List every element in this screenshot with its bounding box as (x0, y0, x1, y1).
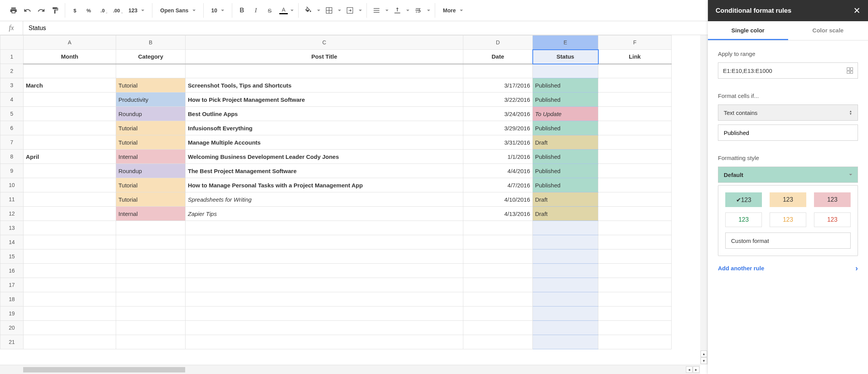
swatch-yellow-text[interactable]: 123 (770, 212, 806, 227)
cell-month[interactable] (24, 93, 116, 107)
cell-date[interactable]: 4/4/2016 (463, 164, 533, 178)
cell-date[interactable] (463, 335, 533, 349)
cell-link[interactable] (598, 78, 672, 93)
cell-link[interactable] (598, 164, 672, 178)
cell-category[interactable] (116, 307, 186, 321)
row-header[interactable]: 1 (0, 50, 24, 64)
cell-status[interactable] (533, 321, 598, 335)
font-size-dropdown[interactable]: 10 (208, 7, 228, 13)
cell-status[interactable]: Draft (533, 135, 598, 150)
select-all-corner[interactable] (0, 35, 24, 50)
cell-status[interactable]: Draft (533, 192, 598, 207)
row-header[interactable]: 8 (0, 150, 24, 164)
cell-date[interactable]: 3/31/2016 (463, 135, 533, 150)
cell-category[interactable] (116, 278, 186, 292)
cell-category[interactable]: Tutorial (116, 78, 186, 93)
cell-month[interactable] (24, 249, 116, 264)
cell-date[interactable] (463, 249, 533, 264)
swatch-yellow-fill[interactable]: 123 (770, 192, 806, 207)
cell-status[interactable] (533, 307, 598, 321)
cell-category[interactable] (116, 235, 186, 249)
cell-status[interactable] (533, 249, 598, 264)
cell-status[interactable]: Draft (533, 207, 598, 221)
cell-title[interactable] (186, 321, 463, 335)
font-family-dropdown[interactable]: Open Sans (157, 7, 198, 13)
cell-category[interactable]: Internal (116, 150, 186, 164)
cell-link[interactable] (598, 321, 672, 335)
redo-button[interactable] (36, 5, 46, 16)
cell-category[interactable]: Tutorial (116, 192, 186, 207)
wrap-button[interactable] (413, 5, 423, 16)
cell-status[interactable]: Published (533, 78, 598, 93)
cell-link[interactable] (598, 107, 672, 121)
cell-title[interactable] (186, 264, 463, 278)
cell-date[interactable]: 4/13/2016 (463, 207, 533, 221)
cell-title[interactable]: The Best Project Management Software (186, 164, 463, 178)
cell-category[interactable] (116, 249, 186, 264)
cell-link[interactable] (598, 235, 672, 249)
col-header-E[interactable]: E (533, 35, 598, 50)
cell-date[interactable] (463, 321, 533, 335)
cell-month[interactable] (24, 135, 116, 150)
cell-status[interactable] (533, 292, 598, 307)
cell-title[interactable]: Zapier Tips (186, 207, 463, 221)
cell-date[interactable] (463, 292, 533, 307)
cell[interactable]: Date (463, 50, 533, 64)
row-header[interactable]: 14 (0, 235, 24, 249)
cell-link[interactable] (598, 335, 672, 349)
paint-format-button[interactable] (50, 5, 60, 16)
number-format-dropdown[interactable]: 123 (125, 7, 147, 13)
swatch-green-fill[interactable]: ✔123 (725, 192, 762, 207)
row-header[interactable]: 6 (0, 121, 24, 135)
h-align-button[interactable] (372, 5, 382, 16)
cell-category[interactable]: Tutorial (116, 135, 186, 150)
cell-month[interactable]: March (24, 78, 116, 93)
cell-status-header[interactable]: Status (533, 50, 598, 64)
add-rule-button[interactable]: Add another rule › (718, 264, 858, 273)
h-scrollbar[interactable]: ◄ ► (0, 365, 700, 374)
cell-title[interactable] (186, 292, 463, 307)
row-header[interactable]: 21 (0, 335, 24, 349)
cell-category[interactable]: Productivity (116, 93, 186, 107)
condition-dropdown[interactable]: Text contains ▲▼ (718, 104, 858, 121)
row-header[interactable]: 16 (0, 264, 24, 278)
close-icon[interactable]: ✕ (853, 6, 860, 16)
cell-date[interactable] (463, 264, 533, 278)
row-header[interactable]: 20 (0, 321, 24, 335)
cell-month[interactable] (24, 121, 116, 135)
scroll-right-button[interactable]: ► (693, 366, 699, 373)
row-header[interactable]: 4 (0, 93, 24, 107)
row-header[interactable]: 9 (0, 164, 24, 178)
cell-category[interactable]: Roundup (116, 164, 186, 178)
cell-category[interactable] (116, 335, 186, 349)
more-dropdown[interactable]: More (440, 7, 466, 13)
row-header[interactable]: 12 (0, 207, 24, 221)
cell[interactable]: Category (116, 50, 186, 64)
cell-title[interactable]: Best Outline Apps (186, 107, 463, 121)
swatch-red-text[interactable]: 123 (814, 212, 851, 227)
cell-date[interactable]: 3/17/2016 (463, 78, 533, 93)
cell-category[interactable]: Tutorial (116, 121, 186, 135)
cell-month[interactable]: April (24, 150, 116, 164)
cell-link[interactable] (598, 178, 672, 192)
cell-status[interactable] (533, 221, 598, 235)
cell-title[interactable] (186, 64, 463, 78)
cell-link[interactable] (598, 207, 672, 221)
cell-status[interactable]: Published (533, 150, 598, 164)
row-header[interactable]: 19 (0, 307, 24, 321)
cell-date[interactable]: 3/24/2016 (463, 107, 533, 121)
print-button[interactable] (8, 5, 19, 16)
cell-month[interactable] (24, 264, 116, 278)
cell[interactable]: Post Title (186, 50, 463, 64)
cell-category[interactable] (116, 221, 186, 235)
merge-button[interactable] (345, 5, 355, 16)
cell-category[interactable] (116, 321, 186, 335)
cell-link[interactable] (598, 292, 672, 307)
cell-month[interactable] (24, 164, 116, 178)
cell-title[interactable]: Infusionsoft Everything (186, 121, 463, 135)
cell-status[interactable]: To Update (533, 107, 598, 121)
cell-title[interactable] (186, 249, 463, 264)
cell-month[interactable] (24, 192, 116, 207)
cell-link[interactable] (598, 192, 672, 207)
cell-title[interactable] (186, 221, 463, 235)
